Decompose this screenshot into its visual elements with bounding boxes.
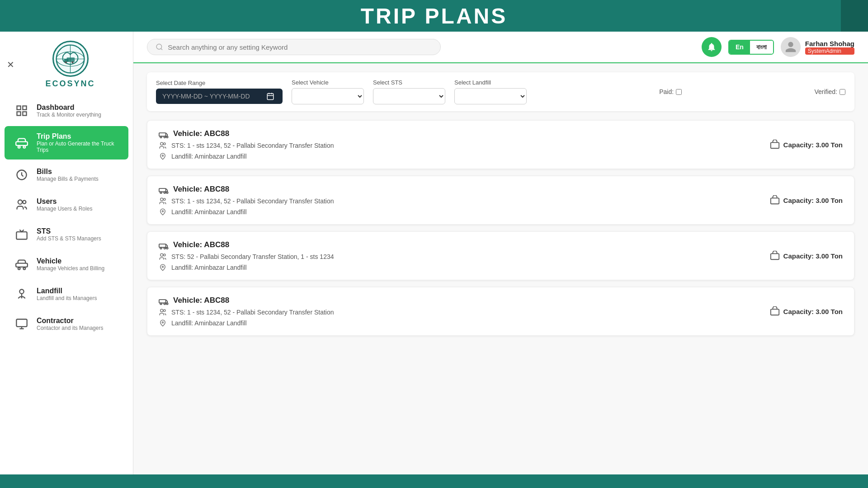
- landfill-select[interactable]: [454, 88, 527, 104]
- date-range-label: Select Date Range: [156, 80, 283, 86]
- trip-sts: STS: 1 - sts 1234, 52 - Pallabi Secondar…: [159, 141, 334, 150]
- date-range-group: Select Date Range: [156, 80, 283, 104]
- vehicle-filter-label: Select Vehicle: [292, 79, 364, 86]
- landfill-name: Landfill: Aminbazar Landfill: [171, 153, 247, 160]
- svg-rect-18: [16, 232, 27, 239]
- capacity-icon: [770, 140, 780, 150]
- svg-rect-19: [16, 263, 28, 267]
- capacity-icon: [770, 195, 780, 205]
- search-box: [147, 39, 441, 55]
- lang-en-button[interactable]: En: [729, 41, 750, 54]
- nav-label-sts: STS: [37, 227, 101, 235]
- landfill-filter-group: Select Landfill: [454, 79, 527, 104]
- top-bar: TRIP PLANS: [0, 0, 868, 32]
- nav-sub-contractor: Contactor and its Managers: [37, 325, 103, 331]
- nav-texts-landfill: Landfill Landfill and its Managers: [37, 287, 97, 301]
- verified-label-text: Verified:: [814, 88, 837, 95]
- paid-checkbox[interactable]: [676, 89, 682, 95]
- svg-point-16: [18, 200, 22, 204]
- sts-info: STS: 52 - Pallabi Secondary Transfer Sta…: [171, 253, 334, 260]
- user-info: Farhan Shohag SystemAdmin: [781, 37, 854, 57]
- logo-text: ECOSYNC: [45, 79, 95, 89]
- svg-point-17: [23, 201, 26, 204]
- top-right-accent: [841, 0, 868, 32]
- nav-label-bills: Bills: [37, 168, 99, 176]
- user-role-badge: SystemAdmin: [805, 47, 854, 55]
- page-title: TRIP PLANS: [361, 4, 507, 28]
- main-layout: ✕: [0, 32, 868, 474]
- svg-point-43: [164, 192, 165, 194]
- sidebar-item-dashboard[interactable]: Dashboard Track & Monitor everything: [5, 96, 128, 125]
- svg-rect-9: [23, 106, 26, 110]
- date-range-input[interactable]: [162, 93, 262, 100]
- capacity-value: Capacity: 3.00 Ton: [783, 252, 843, 260]
- sts-filter-label: Select STS: [373, 79, 445, 86]
- nav-sub-bills: Manage Bills & Payments: [37, 176, 99, 182]
- svg-point-58: [160, 303, 162, 305]
- sts-info: STS: 1 - sts 1234, 52 - Pallabi Secondar…: [171, 309, 334, 316]
- sts-select[interactable]: [373, 88, 445, 104]
- landfill-name: Landfill: Aminbazar Landfill: [171, 319, 247, 327]
- nav-texts-sts: STS Add STS & STS Managers: [37, 227, 101, 242]
- landfill-select-wrap: [454, 88, 527, 104]
- sidebar-item-sts[interactable]: STS Add STS & STS Managers: [5, 220, 128, 249]
- sts-icon: [159, 308, 167, 316]
- notification-bell-button[interactable]: [702, 37, 722, 57]
- trip-info: Vehicle: ABC88 STS: 52 - Pallabi Seconda…: [159, 240, 334, 272]
- trip-card: Vehicle: ABC88 STS: 1 - sts 1234, 52 - P…: [147, 120, 854, 169]
- trip-vehicle: Vehicle: ABC88: [159, 240, 334, 250]
- svg-point-6: [65, 61, 67, 63]
- svg-point-52: [166, 248, 168, 249]
- landfill-filter-label: Select Landfill: [454, 79, 527, 86]
- svg-rect-24: [16, 319, 27, 327]
- nav-icon-users: [14, 197, 30, 213]
- nav-icon-contractor: [14, 316, 30, 332]
- nav-sub-trip-plans: Plan or Auto Generate the Truck Trips: [37, 141, 119, 153]
- nav-icon-bills: [14, 167, 30, 183]
- svg-point-45: [160, 198, 163, 201]
- svg-rect-11: [23, 112, 26, 115]
- header-bar: En বাংলা Farhan Shohag SystemAdmin: [133, 32, 868, 63]
- sidebar-item-contractor[interactable]: Contractor Contactor and its Managers: [5, 310, 128, 338]
- trip-landfill: Landfill: Aminbazar Landfill: [159, 263, 334, 272]
- sidebar-item-trip-plans[interactable]: Trip Plans Plan or Auto Generate the Tru…: [5, 126, 128, 160]
- sts-info: STS: 1 - sts 1234, 52 - Pallabi Secondar…: [171, 197, 334, 205]
- nav-texts-trip-plans: Trip Plans Plan or Auto Generate the Tru…: [37, 132, 119, 153]
- sidebar-item-vehicle[interactable]: Vehicle Manage Vehicles and Billing: [5, 250, 128, 279]
- capacity-value: Capacity: 3.00 Ton: [783, 308, 843, 315]
- close-sidebar-button[interactable]: ✕: [7, 59, 14, 70]
- sidebar-item-landfill[interactable]: Landfill Landfill and its Managers: [5, 280, 128, 309]
- search-input[interactable]: [168, 43, 432, 51]
- capacity-icon: [770, 306, 780, 316]
- truck-icon: [159, 240, 169, 250]
- svg-point-13: [18, 146, 20, 148]
- pin-icon: [159, 152, 167, 160]
- svg-point-44: [166, 192, 168, 194]
- svg-point-14: [24, 146, 26, 148]
- trip-info: Vehicle: ABC88 STS: 1 - sts 1234, 52 - P…: [159, 296, 334, 327]
- truck-icon: [159, 184, 169, 194]
- lang-bn-button[interactable]: বাংলা: [750, 41, 773, 54]
- sidebar-item-bills[interactable]: Bills Manage Bills & Payments: [5, 160, 128, 189]
- svg-point-50: [160, 248, 162, 249]
- sidebar-item-users[interactable]: Users Manage Users & Roles: [5, 190, 128, 219]
- verified-checkbox[interactable]: [840, 89, 845, 95]
- bottom-bar: [0, 474, 868, 488]
- nav-label-users: Users: [37, 197, 92, 206]
- svg-rect-56: [770, 253, 778, 259]
- vehicle-name: Vehicle: ABC88: [173, 185, 229, 194]
- trip-vehicle: Vehicle: ABC88: [159, 296, 334, 305]
- svg-point-35: [164, 136, 165, 138]
- svg-point-62: [164, 310, 166, 312]
- pin-icon: [159, 319, 167, 327]
- vehicle-name: Vehicle: ABC88: [173, 129, 229, 138]
- nav-label-trip-plans: Trip Plans: [37, 132, 119, 141]
- language-toggle: En বাংলা: [728, 40, 774, 55]
- pin-icon: [159, 208, 167, 216]
- svg-point-55: [162, 266, 164, 267]
- main-content: Select Date Range Select Vehicle: [133, 63, 868, 474]
- vehicle-select[interactable]: [292, 88, 364, 104]
- pin-icon: [159, 263, 167, 272]
- header-actions: En বাংলা Farhan Shohag SystemAdmin: [702, 37, 854, 57]
- nav-icon-vehicle: [14, 256, 30, 272]
